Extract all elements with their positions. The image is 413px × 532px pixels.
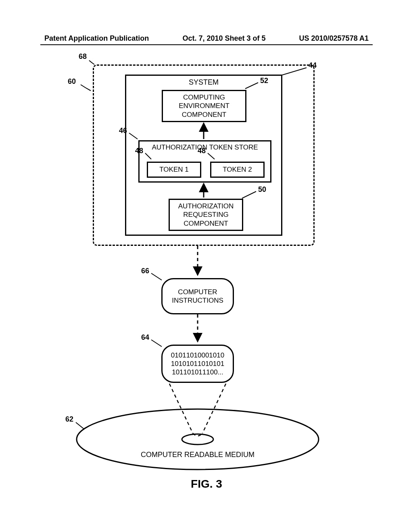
svg-line-11 bbox=[145, 153, 151, 159]
svg-line-16 bbox=[76, 422, 84, 429]
svg-line-8 bbox=[282, 68, 307, 75]
diagram-svg bbox=[40, 52, 373, 488]
svg-line-12 bbox=[208, 153, 215, 159]
ref-50: 50 bbox=[258, 185, 266, 194]
ref-48a: 48 bbox=[135, 147, 143, 155]
svg-line-10 bbox=[129, 133, 138, 139]
ref-62: 62 bbox=[65, 415, 73, 424]
ref-52: 52 bbox=[260, 77, 268, 85]
header-right: US 2010/0257578 A1 bbox=[299, 34, 369, 43]
diagram-stage: SYSTEM COMPUTING ENVIRONMENT COMPONENT A… bbox=[40, 52, 373, 488]
ref-68: 68 bbox=[79, 52, 87, 61]
svg-line-14 bbox=[151, 273, 162, 280]
figure-caption: FIG. 3 bbox=[40, 478, 373, 490]
page-header: Patent Application Publication Oct. 7, 2… bbox=[0, 34, 413, 43]
svg-point-6 bbox=[77, 409, 319, 470]
ref-66: 66 bbox=[141, 267, 149, 275]
header-left: Patent Application Publication bbox=[44, 34, 149, 43]
ref-44: 44 bbox=[309, 61, 317, 70]
svg-point-7 bbox=[182, 434, 213, 445]
ref-60: 60 bbox=[68, 77, 76, 86]
svg-line-13 bbox=[242, 191, 256, 198]
header-rule bbox=[40, 44, 373, 45]
ref-46: 46 bbox=[119, 127, 127, 135]
svg-line-4 bbox=[169, 384, 193, 433]
svg-line-9 bbox=[245, 83, 258, 89]
svg-line-5 bbox=[202, 384, 226, 433]
ref-48b: 48 bbox=[198, 147, 206, 155]
ref-64: 64 bbox=[141, 333, 149, 342]
header-center: Oct. 7, 2010 Sheet 3 of 5 bbox=[182, 34, 265, 43]
svg-line-15 bbox=[151, 340, 162, 347]
medium-label: COMPUTER READABLE MEDIUM bbox=[137, 451, 258, 459]
